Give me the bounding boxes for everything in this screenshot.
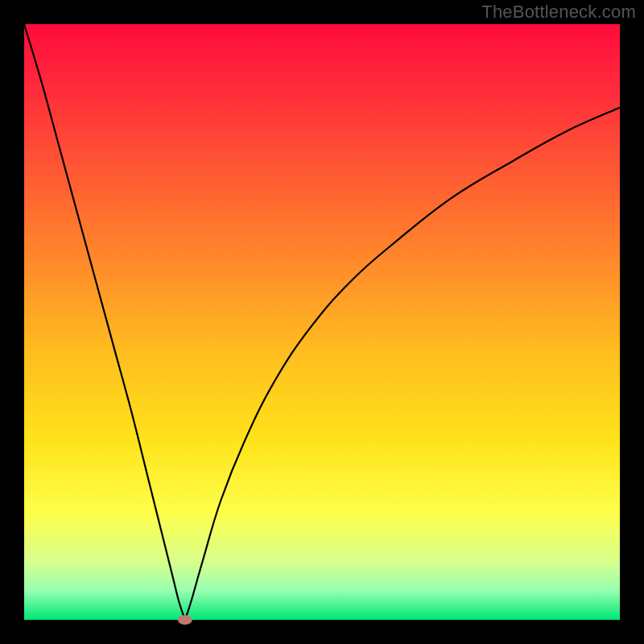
bottleneck-chart [0, 0, 644, 644]
plot-background [24, 24, 620, 620]
chart-container: { "watermark": "TheBottleneck.com", "cha… [0, 0, 644, 644]
watermark-text: TheBottleneck.com [481, 2, 636, 23]
cusp-marker [178, 615, 192, 625]
